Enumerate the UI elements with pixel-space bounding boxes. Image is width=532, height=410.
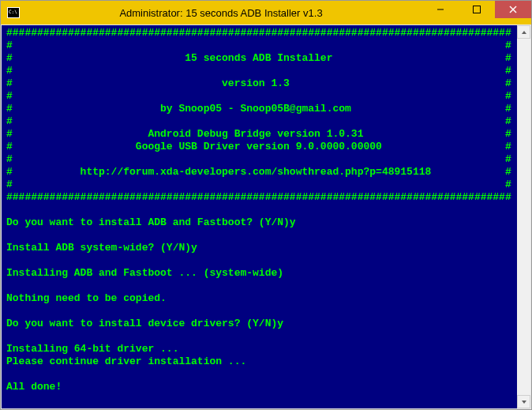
titlebar[interactable]: Administrator: 15 seconds ADB Installer … bbox=[1, 1, 531, 24]
cmd-icon bbox=[7, 7, 20, 18]
console-area: ########################################… bbox=[1, 24, 531, 409]
chevron-down-icon bbox=[521, 399, 527, 405]
close-button[interactable] bbox=[495, 1, 531, 18]
maximize-icon bbox=[473, 6, 481, 13]
svg-rect-1 bbox=[474, 6, 481, 13]
minimize-icon bbox=[436, 6, 444, 13]
minimize-button[interactable] bbox=[422, 1, 459, 18]
maximize-button[interactable] bbox=[459, 1, 495, 18]
window-title: Administrator: 15 seconds ADB Installer … bbox=[20, 7, 422, 19]
vertical-scrollbar[interactable] bbox=[517, 25, 530, 408]
chevron-up-icon bbox=[521, 29, 527, 36]
scrollbar-track[interactable] bbox=[517, 39, 530, 395]
scroll-up-button[interactable] bbox=[517, 25, 530, 39]
app-window: Administrator: 15 seconds ADB Installer … bbox=[0, 0, 532, 410]
console-output: ########################################… bbox=[2, 25, 517, 408]
scroll-down-button[interactable] bbox=[517, 395, 530, 408]
window-controls bbox=[422, 1, 531, 18]
close-icon bbox=[509, 6, 517, 13]
